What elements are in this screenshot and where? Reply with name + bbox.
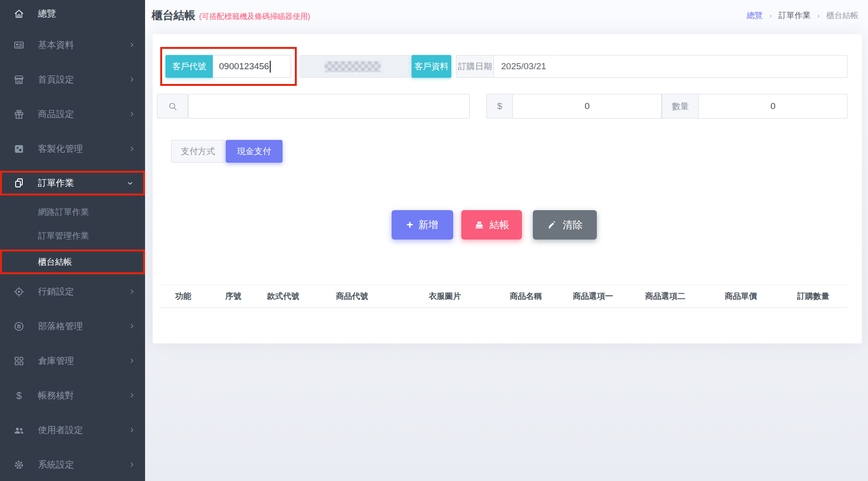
clear-button-label: 清除: [563, 218, 583, 231]
chevron-right-icon: [128, 288, 136, 295]
clear-button[interactable]: 清除: [533, 210, 597, 240]
apps-grid-icon: [13, 355, 25, 367]
customer-name-input[interactable]: [300, 55, 411, 78]
customer-info-button[interactable]: 客戶資料: [411, 55, 451, 78]
sidebar-item-homepage-settings[interactable]: 首頁設定: [0, 62, 145, 97]
customer-code-value: 0900123456: [219, 61, 269, 72]
brush-icon: [547, 220, 557, 230]
chevron-right-icon: [128, 111, 136, 118]
chevron-right-icon: [128, 76, 136, 83]
quantity-value: 0: [770, 101, 776, 111]
sidebar-item-label: 使用者設定: [38, 424, 83, 436]
column-header-product-code: 商品代號: [307, 285, 397, 308]
payment-method-group: 支付方式 現金支付: [171, 140, 283, 163]
column-header-product-name: 商品名稱: [493, 285, 558, 308]
amount-quantity-group: $ 0 數量 0: [486, 94, 848, 119]
product-search-group: [157, 94, 470, 119]
target-icon: [13, 286, 25, 298]
gift-icon: [13, 108, 25, 120]
table-header-row: 功能 序號 款式代號 商品代號 衣服圖片 商品名稱 商品選項一 商品選項二 商品…: [159, 285, 848, 308]
chevron-right-icon: [128, 41, 136, 48]
order-items-table: 功能 序號 款式代號 商品代號 衣服圖片 商品名稱 商品選項一 商品選項二 商品…: [159, 285, 848, 308]
product-search-input[interactable]: [188, 94, 470, 119]
svg-text:$: $: [16, 390, 22, 401]
svg-text:B: B: [17, 324, 21, 329]
order-date-group: 訂購日期 2025/03/21: [456, 55, 848, 78]
plus-icon: +: [406, 219, 413, 231]
sidebar-item-system-settings[interactable]: 系統設定: [0, 447, 145, 481]
chevron-right-icon: [128, 461, 136, 468]
sidebar-item-label: 基本資料: [38, 39, 74, 51]
payment-method-label: 支付方式: [171, 140, 225, 163]
sidebar-item-label: 系統設定: [38, 459, 74, 471]
customer-code-label: 客戶代號: [165, 55, 213, 78]
checkout-button[interactable]: 結帳: [461, 210, 522, 240]
chevron-right-icon: [128, 145, 136, 152]
checkout-button-label: 結帳: [490, 218, 510, 231]
sidebar-item-label: 部落格管理: [38, 320, 83, 333]
sidebar-subitem-order-management[interactable]: 訂單管理作業: [0, 224, 145, 248]
chevron-down-icon: [127, 180, 134, 187]
search-label: [157, 94, 188, 119]
sidebar-item-overview[interactable]: 總覽: [0, 0, 145, 28]
redacted-blur: [325, 61, 381, 72]
order-date-label: 訂購日期: [456, 55, 494, 78]
breadcrumb: 總覽 › 訂單作業 › 櫃台結帳: [747, 10, 859, 21]
breadcrumb-order-operations: 訂單作業: [778, 10, 811, 21]
sidebar-item-basic-data[interactable]: 基本資料: [0, 28, 145, 62]
clipboard-icon: [13, 177, 25, 189]
image-icon: [13, 143, 25, 155]
breadcrumb-separator-icon: ›: [817, 11, 820, 19]
amount-value: 0: [585, 101, 590, 111]
sidebar-item-label: 行銷設定: [38, 286, 74, 298]
blog-b-icon: B: [13, 320, 25, 333]
search-icon: [168, 102, 178, 111]
checkout-card: 客戶代號 0900123456 客戶資料 訂購日期 2025/03/21: [153, 34, 862, 343]
order-date-input[interactable]: 2025/03/21: [494, 55, 848, 78]
quantity-label: 數量: [662, 94, 699, 119]
sidebar-item-label: 網路訂單作業: [38, 206, 89, 218]
sidebar: 總覽 基本資料 首頁設定 商品設定: [0, 0, 145, 481]
sidebar-subitem-counter-checkout[interactable]: 櫃台結帳: [0, 250, 145, 274]
sidebar-item-customization[interactable]: 客製化管理: [0, 131, 145, 166]
cash-payment-button[interactable]: 現金支付: [226, 140, 283, 163]
sidebar-item-label: 訂單作業: [38, 177, 74, 189]
add-button[interactable]: + 新增: [392, 210, 453, 240]
sidebar-item-label: 倉庫管理: [38, 355, 74, 367]
sidebar-subitem-online-orders[interactable]: 網路訂單作業: [0, 200, 145, 224]
breadcrumb-current-page: 櫃台結帳: [826, 10, 859, 21]
storefront-icon: [13, 74, 25, 86]
sidebar-item-label: 訂單管理作業: [38, 230, 89, 241]
amount-input[interactable]: 0: [513, 94, 662, 119]
sidebar-item-label: 客製化管理: [38, 143, 83, 155]
chevron-right-icon: [128, 426, 136, 434]
chevron-right-icon: [128, 357, 136, 364]
sidebar-item-account-reconciliation[interactable]: $ 帳務核對: [0, 378, 145, 413]
column-header-option-one: 商品選項一: [558, 285, 627, 308]
column-header-serial: 序號: [208, 285, 259, 308]
sidebar-item-order-operations[interactable]: 訂單作業: [0, 171, 145, 195]
sidebar-item-product-settings[interactable]: 商品設定: [0, 97, 145, 131]
sidebar-item-label: 櫃台結帳: [38, 256, 72, 268]
column-header-order-quantity: 訂購數量: [779, 285, 848, 308]
chevron-right-icon: [128, 323, 136, 330]
page-title: 櫃台結帳: [152, 8, 195, 23]
breadcrumb-overview-link[interactable]: 總覽: [747, 10, 763, 21]
column-header-clothing-image: 衣服圖片: [397, 285, 493, 308]
quantity-input[interactable]: 0: [699, 94, 848, 119]
chevron-right-icon: [128, 392, 136, 399]
sidebar-item-label: 首頁設定: [38, 74, 74, 86]
dollar-icon: $: [13, 389, 25, 402]
sidebar-item-warehouse-management[interactable]: 倉庫管理: [0, 343, 145, 378]
breadcrumb-separator-icon: ›: [769, 11, 772, 19]
action-buttons: + 新增 結帳 清除: [392, 210, 597, 240]
sidebar-item-label: 帳務核對: [38, 389, 74, 402]
app-window: 總覽 基本資料 首頁設定 商品設定: [0, 0, 868, 481]
users-icon: [13, 424, 25, 436]
customer-code-input[interactable]: 0900123456: [213, 55, 291, 78]
sidebar-item-user-settings[interactable]: 使用者設定: [0, 413, 145, 447]
customer-code-highlight-box: 客戶代號 0900123456: [160, 47, 297, 86]
sidebar-item-marketing-settings[interactable]: 行銷設定: [0, 274, 145, 309]
id-card-icon: [13, 39, 25, 51]
sidebar-item-blog-management[interactable]: B 部落格管理: [0, 309, 145, 343]
